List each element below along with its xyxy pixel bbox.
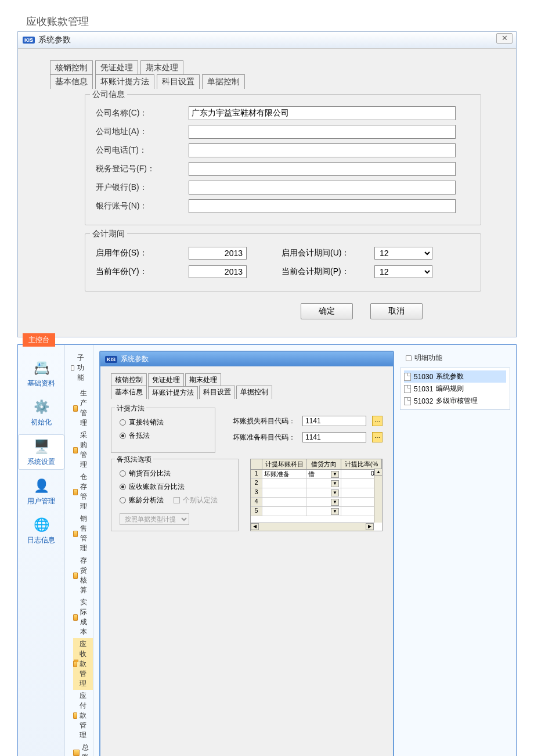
grid-cell-direction[interactable]: ▼: [306, 488, 341, 497]
provision-grid[interactable]: 计提坏账科目 借贷方向 计提比率(% 1坏账准备借▼0.52▼3▼4▼5▼ ▲ …: [250, 459, 383, 531]
tree-item[interactable]: 生产管理: [73, 387, 93, 429]
detail-item[interactable]: 51030 系统参数: [404, 370, 506, 383]
chevron-down-icon[interactable]: ▼: [331, 489, 339, 496]
lookup-loss-button[interactable]: ⋯: [372, 416, 383, 426]
scroll-left-icon[interactable]: ◀: [251, 523, 259, 530]
label-company-name: 公司名称(C)：: [96, 108, 189, 118]
kis-badge-icon: KIS: [23, 37, 35, 44]
input-company-name[interactable]: [189, 106, 456, 120]
detail-title: 明细功能: [414, 353, 442, 363]
folder-icon: [73, 614, 78, 621]
grid-cell-subject[interactable]: [262, 479, 306, 488]
tree-item[interactable]: 应收款管理: [73, 638, 93, 690]
tree-item[interactable]: 总账: [73, 741, 93, 756]
grid-cell-num: 1: [251, 470, 262, 478]
chevron-down-icon[interactable]: ▼: [331, 508, 339, 515]
input-bank[interactable]: [189, 181, 456, 195]
ok-button[interactable]: 确定: [301, 303, 353, 319]
grid-cell-subject[interactable]: 坏账准备: [262, 470, 306, 478]
tab2-basic[interactable]: 基本信息: [111, 386, 147, 399]
tree-item[interactable]: 实际成本: [73, 596, 93, 638]
cancel-button[interactable]: 取消: [370, 303, 423, 319]
grid-vscroll[interactable]: ▲: [374, 469, 382, 523]
monitor-icon: 🖥️: [32, 437, 50, 456]
label-loss-code: 坏账损失科目代码：: [233, 416, 297, 426]
detail-item[interactable]: 51031 编码规则: [404, 383, 506, 395]
tab2-qimo[interactable]: 期末处理: [185, 373, 221, 386]
subfunction-title: 子功能: [77, 353, 87, 383]
tree-item[interactable]: 仓存管理: [73, 471, 93, 513]
sidebar-item-system-settings[interactable]: 🖥️系统设置: [18, 434, 64, 470]
grid-cell-subject[interactable]: [262, 488, 306, 497]
collapse-icon[interactable]: [406, 355, 412, 361]
grid-cell-subject[interactable]: [262, 498, 306, 506]
lookup-prep-button[interactable]: ⋯: [372, 432, 383, 442]
close-button[interactable]: ✕: [496, 33, 513, 44]
tab-doc-control[interactable]: 单据控制: [202, 74, 245, 89]
input-company-tel[interactable]: [189, 143, 456, 157]
sidebar-item-label: 基础资料: [27, 379, 55, 388]
radio-allowance[interactable]: 备抵法: [120, 431, 207, 441]
label-start-year: 启用年份(S)：: [96, 248, 189, 258]
tab-subject-setting[interactable]: 科目设置: [157, 74, 200, 89]
radio-direct[interactable]: 直接转销法: [120, 417, 207, 427]
sidebar-item-basic-data[interactable]: 📇基础资料: [18, 357, 64, 391]
tab2-doc[interactable]: 单据控制: [236, 386, 272, 399]
tree-item[interactable]: 应付款管理: [73, 690, 93, 741]
grid-cell-direction[interactable]: ▼: [306, 479, 341, 488]
radio-aging[interactable]: 账龄分析法 个别认定法: [120, 495, 230, 505]
sidebar-item-log-info[interactable]: 🌐日志信息: [18, 513, 64, 548]
checkbox-label: 个别认定法: [183, 495, 218, 505]
radio-ar-pct[interactable]: 应收账款百分比法: [120, 482, 230, 492]
scroll-right-icon[interactable]: ▶: [366, 523, 374, 530]
input-loss-code[interactable]: [302, 416, 366, 426]
grid-cell-direction[interactable]: 借▼: [306, 470, 341, 478]
grid-cell-subject[interactable]: [262, 507, 306, 516]
input-tax-no[interactable]: [189, 162, 456, 176]
grid-cell-direction[interactable]: ▼: [306, 498, 341, 506]
tab2-hexiao[interactable]: 核销控制: [111, 373, 147, 386]
select-start-period[interactable]: 12: [374, 247, 432, 260]
input-company-addr[interactable]: [189, 125, 456, 139]
tab2-pingzheng[interactable]: 凭证处理: [148, 373, 184, 386]
tab2-subject[interactable]: 科目设置: [199, 386, 235, 399]
scroll-up-icon[interactable]: ▲: [374, 469, 383, 476]
inner-dialog-title: 系统参数: [121, 354, 149, 364]
grid-row[interactable]: 4▼: [251, 498, 382, 507]
tree-item[interactable]: 存货核算: [73, 555, 93, 596]
radio-label: 销货百分比法: [129, 469, 171, 478]
input-prep-code[interactable]: [302, 432, 366, 442]
grid-row[interactable]: 2▼: [251, 479, 382, 488]
input-cur-year[interactable]: [189, 265, 247, 278]
sidebar-item-user-mgmt[interactable]: 👤用户管理: [18, 474, 64, 509]
chevron-down-icon[interactable]: ▼: [331, 480, 339, 487]
tree-item[interactable]: 销售管理: [73, 513, 93, 555]
tab-qimo[interactable]: 期末处理: [140, 60, 183, 75]
grid-row[interactable]: 3▼: [251, 488, 382, 498]
select-cur-period[interactable]: 12: [374, 265, 432, 278]
detail-item[interactable]: 51032 多级审核管理: [404, 395, 506, 407]
console-tab[interactable]: 主控台: [23, 333, 55, 347]
grid-hscroll[interactable]: ◀▶: [251, 523, 374, 531]
sidebar-item-init[interactable]: ⚙️初始化: [18, 395, 64, 430]
checkbox-individual[interactable]: [174, 497, 180, 503]
tab-basic-info[interactable]: 基本信息: [50, 74, 93, 89]
tab2-baddebt[interactable]: 坏账计提方法: [148, 386, 198, 399]
chevron-down-icon[interactable]: ▼: [331, 499, 339, 506]
document-icon: [404, 397, 411, 405]
chevron-down-icon[interactable]: ▼: [331, 471, 339, 478]
grid-row[interactable]: 5▼: [251, 507, 382, 516]
input-start-year[interactable]: [189, 247, 247, 260]
tab-hexiao[interactable]: 核销控制: [50, 60, 93, 75]
radio-sales-pct[interactable]: 销货百分比法: [120, 469, 230, 478]
tab-pingzheng[interactable]: 凭证处理: [95, 60, 138, 75]
select-doc-type: 按照单据类型计提: [120, 513, 189, 525]
grid-cell-direction[interactable]: ▼: [306, 507, 341, 516]
tree-item[interactable]: 采购管理: [73, 429, 93, 471]
grid-row[interactable]: 1坏账准备借▼0.5: [251, 470, 382, 479]
tab-baddebt-method[interactable]: 坏账计提方法: [95, 74, 154, 89]
input-account[interactable]: [189, 199, 456, 213]
tab-row-lower: 基本信息 坏账计提方法 科目设置 单据控制: [50, 74, 499, 89]
tree-item-label: 应收款管理: [80, 639, 93, 689]
collapse-icon[interactable]: [71, 365, 74, 371]
